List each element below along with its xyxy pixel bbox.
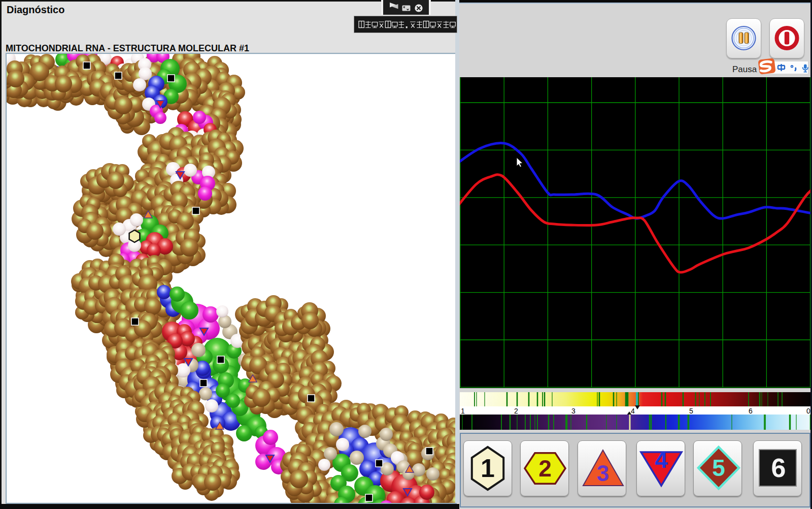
svg-text:1: 1: [481, 454, 495, 483]
svg-text:4: 4: [655, 447, 668, 473]
svg-text:3: 3: [597, 461, 609, 486]
svg-text:6: 6: [771, 453, 786, 483]
svg-text:5: 5: [712, 455, 725, 481]
svg-text:2: 2: [538, 455, 552, 482]
